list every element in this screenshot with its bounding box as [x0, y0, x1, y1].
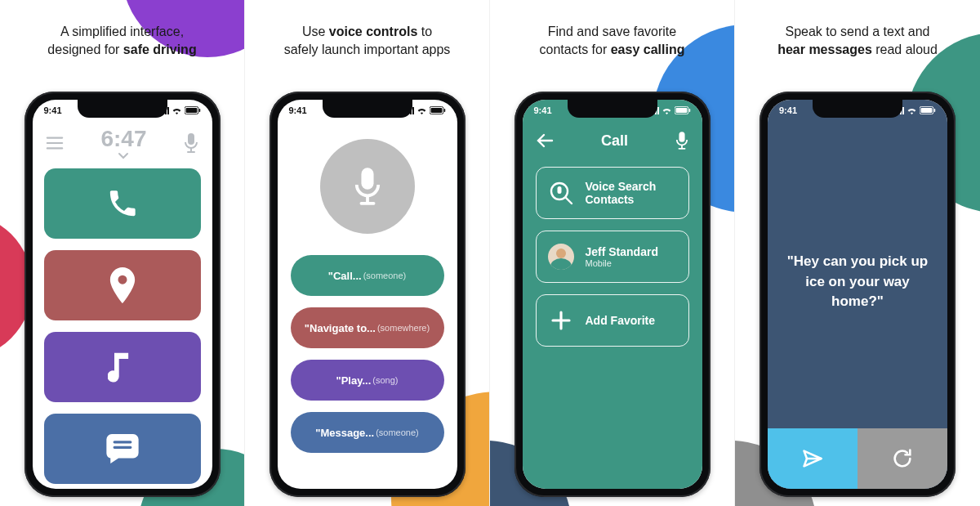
screenshot-panel-1: A simplified interface, designed for saf… — [0, 0, 245, 506]
pill-hint: (someone) — [363, 271, 407, 280]
caption-bold: easy calling — [611, 43, 685, 56]
svg-rect-6 — [443, 109, 445, 112]
battery-icon — [675, 106, 691, 114]
wifi-icon — [662, 106, 672, 114]
page-title: Call — [601, 132, 628, 150]
voice-button[interactable] — [320, 139, 415, 234]
phone-screen: 9:41 Call — [523, 100, 702, 489]
voice-command-list: "Call...(someone) "Navigate to...(somewh… — [278, 249, 457, 453]
phone-icon — [106, 187, 139, 220]
caption-bold: voice controls — [329, 25, 417, 38]
voice-search-contacts-card[interactable]: Voice Search Contacts — [536, 167, 689, 219]
caption-text: contacts for — [540, 43, 611, 56]
card-title-line2: Contacts — [586, 193, 657, 206]
music-tile[interactable] — [44, 332, 201, 402]
message-action-bar — [768, 428, 947, 489]
menu-icon[interactable] — [46, 136, 64, 150]
caption-text: Find and save favorite — [548, 25, 676, 38]
home-header: 6:47 — [33, 126, 212, 160]
back-button[interactable] — [536, 133, 554, 148]
phone-notch — [78, 100, 167, 118]
pill-label: "Play... — [336, 374, 372, 387]
panel4-caption: Speak to send a text and hear messages r… — [751, 23, 964, 58]
add-favorite-card[interactable]: Add Favorite — [536, 294, 689, 347]
phone-screen: 9:41 6:47 — [33, 100, 212, 489]
replay-icon — [891, 447, 914, 470]
svg-rect-7 — [361, 168, 373, 189]
home-tile-list — [33, 160, 212, 484]
phone-frame: 9:41 Call — [514, 92, 710, 497]
svg-rect-5 — [430, 108, 442, 113]
battery-icon — [185, 106, 201, 114]
message-preview: "Hey can you pick up ice on your way hom… — [782, 252, 933, 312]
card-title: Add Favorite — [586, 314, 656, 327]
caption-bold: hear messages — [777, 43, 872, 56]
svg-rect-3 — [188, 133, 194, 145]
navigate-tile[interactable] — [44, 250, 201, 320]
screenshot-panel-2: Use voice controls to safely launch impo… — [245, 0, 490, 506]
caption-text: A simplified interface, — [60, 25, 184, 38]
microphone-icon[interactable] — [184, 133, 198, 153]
pill-hint: (someone) — [376, 428, 419, 437]
message-tile[interactable] — [44, 414, 201, 484]
wifi-icon — [906, 106, 917, 114]
pill-label: "Call... — [328, 270, 362, 282]
status-time: 9:41 — [534, 105, 552, 115]
phone-frame: 9:41 "Call...(someone) "Navigate — [270, 92, 466, 497]
svg-rect-2 — [198, 109, 200, 112]
send-button[interactable] — [768, 428, 858, 489]
call-header: Call — [523, 124, 702, 157]
home-clock: 6:47 — [100, 126, 146, 152]
svg-rect-13 — [557, 186, 561, 194]
status-time: 9:41 — [289, 105, 307, 115]
chevron-down-icon[interactable] — [118, 152, 129, 160]
screenshot-panel-4: Speak to send a text and hear messages r… — [735, 0, 980, 506]
location-pin-icon — [109, 267, 136, 303]
svg-rect-9 — [675, 108, 687, 113]
avatar — [548, 244, 574, 270]
search-mic-icon — [548, 180, 574, 206]
caption-text: safely launch important apps — [284, 43, 451, 56]
caption-text: to — [417, 25, 432, 38]
wifi-icon — [172, 106, 182, 114]
phone-notch — [323, 100, 412, 118]
pill-hint: (somewhere) — [377, 323, 430, 333]
pill-label: "Navigate to... — [305, 322, 376, 334]
phone-screen: 9:41 "Hey can you pick up ice on your wa… — [768, 100, 947, 489]
phone-notch — [568, 100, 657, 118]
call-options-list: Voice Search Contacts Jeff Standard Mobi… — [523, 157, 702, 347]
battery-icon — [920, 106, 936, 114]
voice-pill-play[interactable]: "Play...(song) — [291, 360, 444, 401]
contact-subtitle: Mobile — [586, 258, 658, 268]
phone-screen: 9:41 "Call...(someone) "Navigate — [278, 100, 457, 489]
call-tile[interactable] — [44, 168, 201, 239]
send-icon — [801, 447, 824, 470]
phone-frame: 9:41 6:47 — [24, 92, 220, 497]
status-time: 9:41 — [44, 105, 62, 115]
status-time: 9:41 — [779, 105, 797, 115]
phone-frame: 9:41 "Hey can you pick up ice on your wa… — [760, 92, 956, 497]
screenshot-panel-3: Find and save favorite contacts for easy… — [490, 0, 735, 506]
phone-notch — [813, 100, 902, 118]
svg-rect-16 — [934, 109, 936, 112]
panel1-caption: A simplified interface, designed for saf… — [16, 23, 228, 58]
panel2-caption: Use voice controls to safely launch impo… — [261, 23, 473, 58]
caption-text: designed for — [47, 43, 123, 56]
caption-bold: safe driving — [123, 43, 197, 56]
voice-pill-message[interactable]: "Message...(someone) — [291, 412, 444, 453]
svg-rect-10 — [688, 109, 690, 112]
arrow-left-icon — [536, 133, 554, 148]
contact-name: Jeff Standard — [586, 245, 658, 258]
voice-pill-navigate[interactable]: "Navigate to...(somewhere) — [291, 307, 444, 348]
microphone-icon[interactable] — [675, 132, 688, 150]
pill-label: "Message... — [315, 427, 374, 439]
caption-text: Speak to send a text and — [785, 25, 929, 38]
plus-icon — [548, 307, 574, 334]
wifi-icon — [416, 106, 427, 114]
contact-card[interactable]: Jeff Standard Mobile — [536, 231, 689, 283]
voice-pill-call[interactable]: "Call...(someone) — [291, 255, 444, 296]
caption-text: read aloud — [872, 43, 938, 56]
card-title: Voice Search — [586, 180, 657, 193]
replay-button[interactable] — [858, 428, 947, 489]
microphone-icon — [354, 168, 381, 205]
